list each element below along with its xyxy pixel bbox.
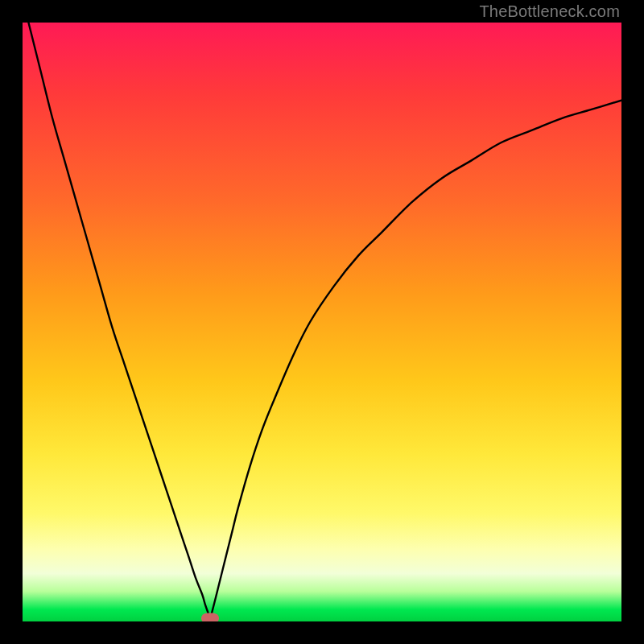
watermark-text: TheBottleneck.com: [479, 2, 620, 21]
plot-area: [23, 23, 621, 621]
optimum-marker: [201, 613, 219, 621]
bottleneck-curve: [23, 23, 621, 621]
chart-frame: TheBottleneck.com: [0, 0, 644, 644]
